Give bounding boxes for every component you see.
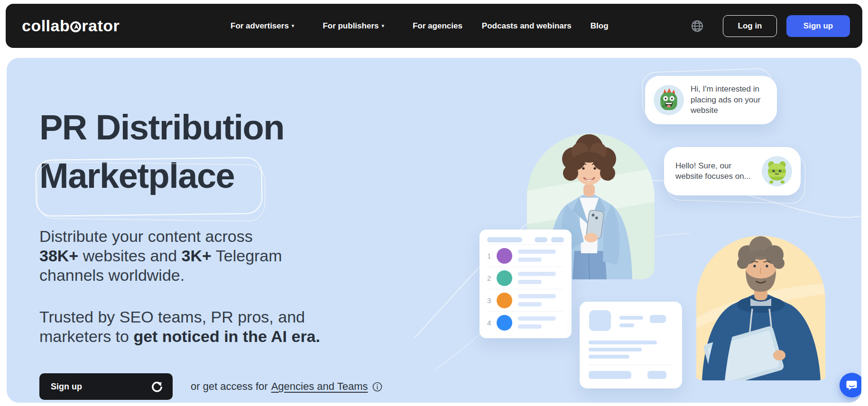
chat-message-text: Hello! Sure, our website focuses on...	[675, 161, 757, 182]
hero-subtext-1: Distribute your content across 38K+ webs…	[39, 227, 288, 285]
title-line-1: PR Distribution	[39, 103, 284, 152]
nav-item-podcasts-webinars[interactable]: Podcasts and webinars	[482, 21, 572, 31]
logo-text-right: rator	[82, 17, 120, 35]
list-item: 2	[487, 267, 564, 289]
nav-item-blog[interactable]: Blog	[591, 21, 609, 31]
nav-right-cluster: Log in Sign up	[691, 4, 850, 48]
lime-monster-avatar	[762, 156, 792, 186]
cta-alt-text: or get access for Agencies and Teams	[191, 380, 382, 393]
login-button[interactable]: Log in	[723, 15, 777, 37]
list-item: 1	[487, 244, 564, 267]
chat-bubble-publisher: Hello! Sure, our website focuses on...	[664, 147, 801, 195]
top-navbar: collabrator For advertisers ▾ For publis…	[6, 4, 862, 48]
list-item: 3	[487, 289, 564, 311]
title-line-2: Marketplace	[39, 152, 284, 200]
hero-section: PR Distribution Marketplace Distribute y…	[7, 58, 861, 403]
chevron-down-icon: ▾	[381, 23, 384, 29]
circular-arrow-icon	[151, 380, 163, 393]
article-preview-card	[580, 302, 682, 388]
skeleton-bar	[487, 237, 522, 242]
color-dot	[497, 293, 512, 308]
chat-launcher-button[interactable]	[840, 373, 861, 397]
nav-item-for-advertisers[interactable]: For advertisers ▾	[231, 21, 294, 31]
ranking-list-card: 1 2 3 4	[480, 230, 572, 338]
man-illustration	[692, 215, 830, 380]
green-monster-avatar	[654, 85, 684, 115]
list-item: 4	[487, 311, 564, 333]
cta-row: Sign up or get access for Agencies and T…	[39, 373, 382, 400]
hero-subtext-2: Trusted by SEO teams, PR pros, and marke…	[39, 307, 324, 346]
nav-links: For advertisers ▾ For publishers ▾ For a…	[231, 4, 609, 48]
chat-bubble-advertiser: Hi, I'm interested in placing ads on you…	[645, 76, 777, 124]
chat-message-text: Hi, I'm interested in placing ads on you…	[691, 84, 768, 116]
nav-signup-button[interactable]: Sign up	[786, 15, 850, 37]
chat-bubble-icon	[846, 379, 858, 391]
skeleton-pill	[535, 237, 547, 242]
language-globe-icon[interactable]	[691, 19, 704, 33]
info-icon[interactable]	[372, 382, 382, 392]
collaborator-logo[interactable]: collabrator	[22, 4, 120, 48]
page-title: PR Distribution Marketplace	[39, 103, 284, 200]
logo-text-left: collab	[22, 17, 70, 35]
hero-signup-button[interactable]: Sign up	[39, 373, 173, 400]
color-dot	[497, 248, 512, 264]
color-dot	[497, 270, 512, 286]
skeleton-pill	[551, 237, 564, 242]
logo-arrow-o-icon	[70, 21, 81, 32]
man-photo	[692, 215, 830, 380]
nav-item-for-agencies[interactable]: For agencies	[413, 21, 462, 31]
nav-item-for-publishers[interactable]: For publishers ▾	[323, 21, 384, 31]
chevron-down-icon: ▾	[292, 23, 295, 29]
agencies-and-teams-link[interactable]: Agencies and Teams	[271, 380, 368, 393]
color-dot	[497, 315, 512, 331]
